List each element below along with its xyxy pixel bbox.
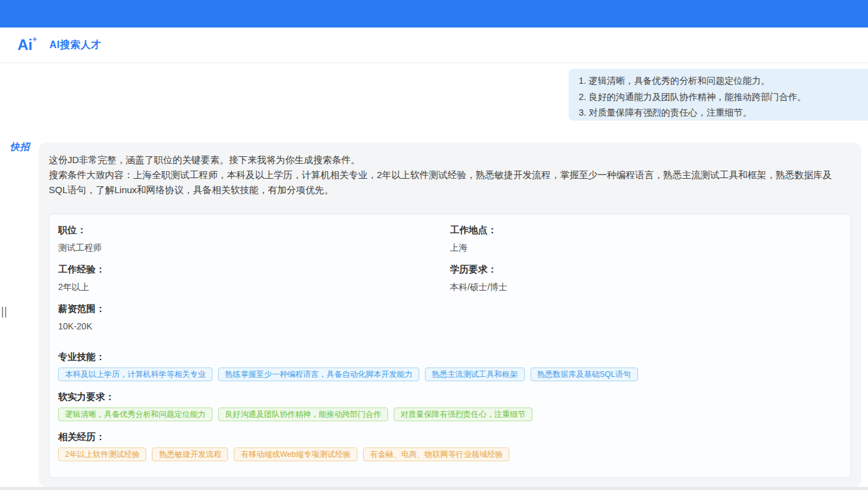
job-field: 工作经验： 2年以上 xyxy=(58,264,450,303)
user-message-line: 1. 逻辑清晰，具备优秀的分析和问题定位能力。 xyxy=(579,73,868,89)
job-field-label: 薪资范围： xyxy=(58,303,450,315)
bot-summary-text: 搜索条件大致内容：上海全职测试工程师，本科及以上学历，计算机相关专业，2年以上软… xyxy=(49,168,849,198)
bot-message-text: 这份JD非常完整，涵盖了职位的关键要素。接下来我将为你生成搜索条件。 搜索条件大… xyxy=(49,152,851,198)
user-message-line: 3. 对质量保障有强烈的责任心，注重细节。 xyxy=(579,105,868,121)
app-logo: Ai+ xyxy=(17,36,37,54)
skill-tag: 熟悉主流测试工具和框架 xyxy=(425,368,525,381)
job-field: 学历要求： 本科/硕士/博士 xyxy=(450,264,842,303)
job-field-label: 学历要求： xyxy=(450,264,842,276)
user-message-line: 2. 良好的沟通能力及团队协作精神，能推动跨部门合作。 xyxy=(579,89,868,106)
skill-tag: 本科及以上学历，计算机科学等相关专业 xyxy=(58,368,212,381)
job-field-value: 10K-20K xyxy=(58,321,450,331)
job-field-label: 工作经验： xyxy=(58,264,450,276)
skills-tag-row: 本科及以上学历，计算机科学等相关专业熟练掌握至少一种编程语言，具备自动化脚本开发… xyxy=(58,368,842,381)
bot-avatar-logo: 快招 xyxy=(10,141,30,153)
app-header: Ai+ AI搜索人才 xyxy=(0,28,868,63)
skill-tag: 熟练掌握至少一种编程语言，具备自动化脚本开发能力 xyxy=(218,368,419,381)
skill-tag: 熟悉数据库及基础SQL语句 xyxy=(531,368,638,381)
job-field-value: 测试工程师 xyxy=(58,242,450,254)
job-field: 薪资范围： 10K-20K xyxy=(58,303,450,341)
soft-skill-tag: 良好沟通及团队协作精神，能推动跨部门合作 xyxy=(218,408,388,421)
experience-tag: 2年以上软件测试经验 xyxy=(58,448,146,461)
user-message-bubble: 1. 逻辑清晰，具备优秀的分析和问题定位能力。2. 良好的沟通能力及团队协作精神… xyxy=(569,69,868,121)
experience-section: 相关经历： 2年以上软件测试经验熟悉敏捷开发流程有移动端或Web端专项测试经验有… xyxy=(58,431,842,461)
experience-section-label: 相关经历： xyxy=(58,431,842,443)
bot-message-bubble: 这份JD非常完整，涵盖了职位的关键要素。接下来我将为你生成搜索条件。 搜索条件大… xyxy=(39,142,861,487)
skills-section: 专业技能： 本科及以上学历，计算机科学等相关专业熟练掌握至少一种编程语言，具备自… xyxy=(58,351,842,381)
skills-section-label: 专业技能： xyxy=(58,351,842,363)
logo-text: Ai xyxy=(17,36,32,54)
bot-intro-text: 这份JD非常完整，涵盖了职位的关键要素。接下来我将为你生成搜索条件。 xyxy=(49,152,849,168)
job-field: 工作地点： 上海 xyxy=(450,224,842,264)
logo-plus-icon: + xyxy=(32,35,37,44)
experience-tag: 有金融、电商、物联网等行业领域经验 xyxy=(363,448,510,461)
page-title: AI搜索人才 xyxy=(49,39,101,52)
job-field-label: 工作地点： xyxy=(450,224,842,236)
panel-resize-handle[interactable] xyxy=(2,307,7,318)
job-field-value: 2年以上 xyxy=(58,282,450,293)
soft-skill-tag: 对质量保障有强烈责任心，注重细节 xyxy=(394,408,532,421)
bottom-divider xyxy=(0,487,868,490)
top-blue-bar xyxy=(0,0,868,28)
job-conditions-card: 职位： 测试工程师 工作地点： 上海 工作经验： 2年以上 学历要求： 本科/硕… xyxy=(49,214,851,478)
soft-skills-tag-row: 逻辑清晰，具备优秀分析和问题定位能力良好沟通及团队协作精神，能推动跨部门合作对质… xyxy=(58,408,842,421)
soft-skills-section-label: 软实力要求： xyxy=(58,391,842,403)
job-field: 职位： 测试工程师 xyxy=(58,224,450,264)
job-field-value: 本科/硕士/博士 xyxy=(450,282,842,293)
job-field-value: 上海 xyxy=(450,242,842,254)
experience-tag-row: 2年以上软件测试经验熟悉敏捷开发流程有移动端或Web端专项测试经验有金融、电商、… xyxy=(58,448,842,461)
job-field-grid: 职位： 测试工程师 工作地点： 上海 工作经验： 2年以上 学历要求： 本科/硕… xyxy=(58,224,842,341)
experience-tag: 熟悉敏捷开发流程 xyxy=(152,448,228,461)
experience-tag: 有移动端或Web端专项测试经验 xyxy=(234,448,357,461)
soft-skills-section: 软实力要求： 逻辑清晰，具备优秀分析和问题定位能力良好沟通及团队协作精神，能推动… xyxy=(58,391,842,421)
soft-skill-tag: 逻辑清晰，具备优秀分析和问题定位能力 xyxy=(58,408,212,421)
job-field-label: 职位： xyxy=(58,224,450,236)
